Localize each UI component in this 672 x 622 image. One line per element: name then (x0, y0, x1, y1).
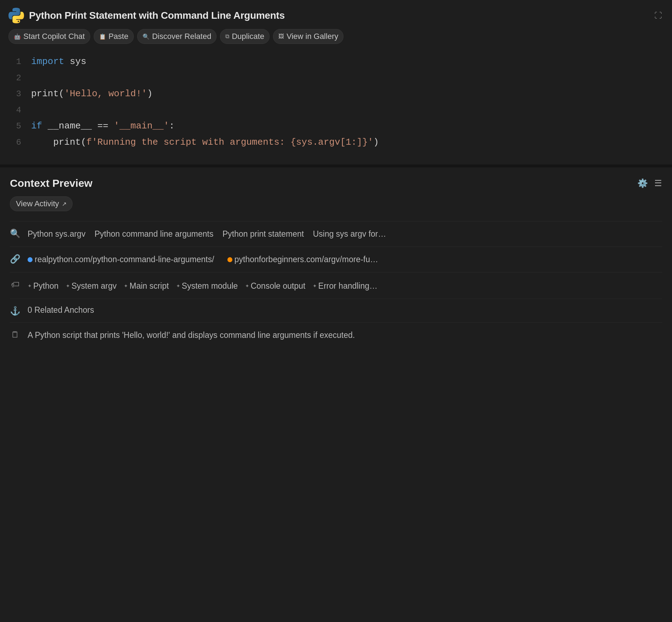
duplicate-label: Duplicate (232, 32, 264, 41)
context-preview-title: Context Preview (10, 177, 92, 189)
start-copilot-chat-label: Start Copilot Chat (23, 32, 85, 41)
tags-row: 🏷 Python System argv Main script System … (10, 272, 662, 299)
settings-icon-button[interactable]: ⚙️ (637, 178, 648, 188)
code-content-6: print(f'Running the script with argument… (31, 134, 379, 151)
line-number-2: 2 (8, 71, 21, 86)
paste-label: Paste (109, 32, 128, 41)
line-number-4: 4 (8, 103, 21, 118)
code-line-1: 1 import sys (0, 54, 672, 70)
discover-related-label: Discover Related (152, 32, 212, 41)
start-copilot-chat-button[interactable]: 🤖 Start Copilot Chat (8, 29, 90, 44)
code-line-2: 2 (0, 70, 672, 86)
code-content-2 (31, 70, 37, 86)
title-bar: Python Print Statement with Command Line… (0, 0, 672, 29)
context-header: Context Preview ⚙️ ☰ (10, 177, 662, 189)
code-block: 1 import sys 2 3 print('Hello, world!') … (0, 50, 672, 165)
menu-icon-button[interactable]: ☰ (654, 178, 662, 188)
anchors-count: 0 Related Anchors (28, 305, 94, 315)
tag-main-script: Main script (124, 280, 169, 292)
searches-content: Python sys.argv Python command line argu… (28, 228, 386, 240)
link-dot-2 (227, 257, 232, 262)
code-line-6: 6 print(f'Running the script with argume… (0, 134, 672, 151)
tag-icon: 🏷 (10, 280, 21, 289)
context-header-icons: ⚙️ ☰ (637, 178, 662, 188)
duplicate-icon: ⧉ (225, 33, 229, 40)
links-content: realpython.com/python-command-line-argum… (28, 253, 384, 266)
view-activity-button[interactable]: View Activity ↗ (10, 196, 73, 211)
anchor-icon: ⚓ (10, 306, 21, 316)
tag-system-module: System module (176, 280, 238, 292)
link-item-2: pythonforbeginners.com/argv/more-fu… (227, 253, 378, 266)
tag-console-output: Console output (245, 280, 306, 292)
line-number-6: 6 (8, 135, 21, 150)
code-content-1: import sys (31, 54, 86, 70)
python-logo-icon (8, 8, 24, 23)
links-row: 🔗 realpython.com/python-command-line-arg… (10, 247, 662, 272)
gallery-icon: 🖼 (278, 33, 284, 40)
link-item-1: realpython.com/python-command-line-argum… (28, 253, 214, 266)
code-line-4: 4 (0, 102, 672, 119)
code-line-3: 3 print('Hello, world!') (0, 86, 672, 102)
code-content-5: if __name__ == '__main__': (31, 118, 175, 134)
title-left: Python Print Statement with Command Line… (8, 8, 285, 23)
duplicate-button[interactable]: ⧉ Duplicate (220, 29, 270, 44)
link-icon: 🔗 (10, 254, 21, 264)
description-row: 🗒 A Python script that prints 'Hello, wo… (10, 322, 662, 348)
view-activity-label: View Activity (16, 199, 59, 208)
view-in-gallery-label: View in Gallery (286, 32, 338, 41)
toolbar: 🤖 Start Copilot Chat 📋 Paste 🔍 Discover … (0, 29, 672, 50)
context-preview-panel: Context Preview ⚙️ ☰ View Activity ↗ 🔍 P… (0, 167, 672, 622)
snippet-title: Python Print Statement with Command Line… (29, 10, 285, 21)
tag-python: Python (28, 280, 59, 292)
copilot-icon: 🤖 (14, 33, 21, 40)
link-dot-1 (28, 257, 33, 262)
paste-button[interactable]: 📋 Paste (94, 29, 134, 44)
line-number-1: 1 (8, 54, 21, 69)
discover-icon: 🔍 (143, 33, 150, 40)
view-in-gallery-button[interactable]: 🖼 View in Gallery (273, 29, 343, 44)
panel-divider (0, 165, 672, 167)
description-content: A Python script that prints 'Hello, worl… (28, 329, 355, 341)
description-icon: 🗒 (10, 330, 21, 340)
searches-row: 🔍 Python sys.argv Python command line ar… (10, 221, 662, 247)
code-panel: Python Print Statement with Command Line… (0, 0, 672, 165)
activity-arrow-icon: ↗ (62, 201, 66, 207)
expand-icon[interactable]: ⛶ (654, 11, 662, 20)
line-number-5: 5 (8, 119, 21, 134)
paste-icon: 📋 (99, 33, 106, 40)
line-number-3: 3 (8, 87, 21, 102)
tags-content: Python System argv Main script System mo… (28, 279, 382, 292)
anchors-row: ⚓ 0 Related Anchors (10, 299, 662, 322)
code-content-4 (31, 102, 37, 119)
code-content-3: print('Hello, world!') (31, 86, 152, 102)
tag-system-argv: System argv (66, 280, 117, 292)
code-line-5: 5 if __name__ == '__main__': (0, 118, 672, 134)
discover-related-button[interactable]: 🔍 Discover Related (137, 29, 217, 44)
search-icon: 🔍 (10, 229, 21, 238)
tag-error-handling: Error handling… (313, 280, 377, 292)
